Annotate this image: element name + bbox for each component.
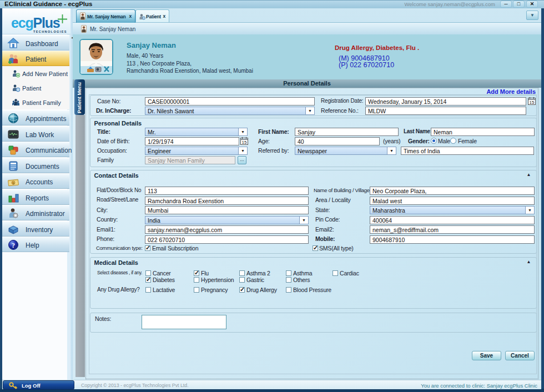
svg-text:15: 15 (242, 140, 247, 145)
svg-text:15: 15 (530, 100, 535, 105)
svg-text:?: ? (12, 242, 15, 249)
